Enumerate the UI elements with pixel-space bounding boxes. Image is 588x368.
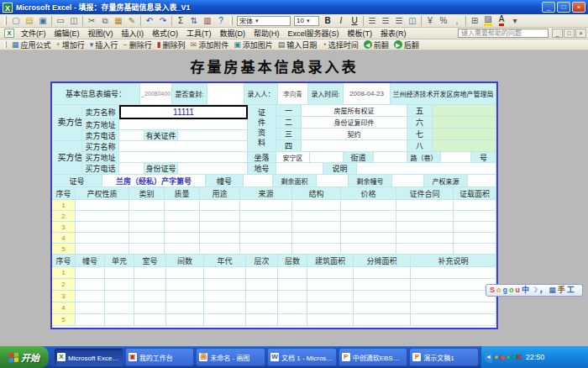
row-number-cell[interactable]: 4 (52, 302, 76, 314)
table-cell[interactable] (204, 279, 246, 291)
table-cell[interactable] (341, 200, 396, 211)
row-number-cell[interactable]: 5 (52, 244, 76, 255)
italic-icon[interactable]: I (334, 15, 348, 27)
table-cell[interactable] (165, 211, 200, 222)
font-color-icon[interactable]: A (495, 15, 508, 27)
delete-row-button[interactable]: −删除行 (123, 39, 151, 50)
sogou-logo-letter[interactable]: u (516, 287, 521, 294)
table-cell[interactable] (105, 314, 134, 326)
table-cell[interactable] (105, 302, 134, 314)
table-cell[interactable] (204, 302, 246, 314)
select-time-button[interactable]: ◔选择时间 (322, 39, 358, 50)
workbook-close-button[interactable]: × (575, 29, 586, 38)
table-cell[interactable] (341, 222, 396, 233)
table-cell[interactable] (76, 279, 105, 291)
align-right-icon[interactable]: ☰ (392, 15, 406, 27)
table-cell[interactable] (129, 222, 165, 233)
toolbar-grip[interactable] (4, 16, 7, 25)
sogou-logo-letter[interactable]: S (490, 287, 495, 294)
table-cell[interactable] (76, 244, 129, 255)
doc-value[interactable]: 房屋所有权证 (302, 105, 407, 117)
menu-item[interactable]: 格式(O) (148, 28, 182, 39)
fill-color-icon[interactable]: ▨ (481, 15, 495, 27)
table-cell[interactable] (354, 267, 411, 279)
align-center-icon[interactable]: ☰ (379, 15, 392, 27)
task-excel[interactable]: XMicrosoft Excel - 填报：... (54, 348, 123, 366)
district-value[interactable]: 安宁区 (276, 152, 310, 163)
close-button[interactable]: × (572, 2, 585, 13)
table-cell[interactable] (411, 267, 496, 279)
table-cell[interactable] (307, 291, 354, 302)
fullwidth-halfwidth-icon[interactable]: ☽ (531, 287, 538, 294)
table-cell[interactable] (354, 291, 411, 302)
table-cell[interactable] (105, 279, 134, 291)
remain-area-value[interactable] (317, 175, 349, 187)
table-cell[interactable] (454, 244, 496, 255)
table-cell[interactable] (240, 200, 292, 211)
print-icon[interactable]: ▭ (54, 15, 67, 27)
table-cell[interactable] (246, 302, 278, 314)
seller-addr-value[interactable] (119, 119, 248, 130)
print-preview-icon[interactable]: ◫ (67, 15, 81, 27)
table-cell[interactable] (166, 302, 204, 314)
table-cell[interactable] (411, 314, 496, 326)
entry-time-value[interactable]: 2008-04-23 (344, 83, 391, 105)
toolbar-more-icon[interactable]: ▾ (508, 15, 522, 27)
input-date-button[interactable]: ▤输入日期 (278, 39, 318, 50)
table-cell[interactable] (200, 211, 240, 222)
workbook-restore-button[interactable]: □ (564, 29, 575, 38)
toolbar-grip[interactable] (230, 16, 233, 25)
sogou-logo-letter[interactable]: o (509, 287, 514, 294)
redo-icon[interactable]: ↷ (156, 15, 170, 27)
row-number-cell[interactable]: 3 (52, 291, 76, 302)
page-back-button[interactable]: ◀前翻 (364, 39, 389, 50)
table-cell[interactable] (200, 244, 240, 255)
table-cell[interactable] (166, 267, 204, 279)
minimize-button[interactable]: _ (542, 2, 555, 13)
table-cell[interactable] (246, 279, 278, 291)
tray-icon-shield[interactable]: ● (512, 354, 516, 361)
table-cell[interactable] (292, 200, 341, 211)
table-cell[interactable] (307, 267, 354, 279)
table-cell[interactable] (165, 233, 200, 244)
task-word[interactable]: W文档 1 - Microsoft Word (267, 348, 337, 366)
punctuation-icon[interactable]: ， (539, 287, 547, 294)
table-cell[interactable] (240, 244, 292, 255)
input-mode-chinese-icon[interactable]: 中 (522, 287, 529, 294)
table-cell[interactable] (165, 244, 200, 255)
page-forward-button[interactable]: ▶后翻 (394, 39, 419, 50)
table-cell[interactable] (76, 291, 105, 302)
table-cell[interactable] (166, 279, 204, 291)
merge-center-icon[interactable]: ◫ (406, 15, 419, 27)
paste-icon[interactable]: ▦ (112, 15, 125, 27)
table-cell[interactable] (354, 279, 411, 291)
table-cell[interactable] (278, 314, 307, 326)
task-ppt2[interactable]: P演示文稿1 (409, 348, 479, 366)
soft-keyboard-icon[interactable]: ▦ (549, 287, 556, 294)
table-cell[interactable] (396, 222, 454, 233)
table-cell[interactable] (292, 222, 341, 233)
table-cell[interactable] (200, 233, 240, 244)
table-cell[interactable] (165, 222, 200, 233)
menu-item[interactable]: 报表(R) (376, 28, 411, 39)
table-cell[interactable] (204, 314, 246, 326)
task-paint[interactable]: 画未命名 - 画图 (196, 348, 265, 366)
table-cell[interactable] (292, 211, 341, 222)
entry-by-value[interactable]: 李向青 (278, 83, 308, 105)
handwriting-icon[interactable]: 手 (558, 287, 565, 294)
task-workbench[interactable]: ▣我的工作台 (125, 348, 195, 366)
menu-item[interactable]: 帮助(H) (249, 28, 284, 39)
copy-icon[interactable]: ⧉ (98, 15, 112, 27)
task-ppt1[interactable]: P中创通软EBS系统简介4... (339, 348, 408, 366)
table-cell[interactable] (76, 211, 129, 222)
house-no-value[interactable] (441, 152, 471, 163)
doc-value-green[interactable] (433, 105, 496, 117)
sogou-settings-icon[interactable]: 工 (567, 287, 575, 294)
table-cell[interactable] (105, 267, 134, 279)
table-cell[interactable] (105, 291, 134, 302)
cut-icon[interactable]: ✂ (85, 15, 98, 27)
doc-value-green[interactable] (433, 117, 496, 129)
table-cell[interactable] (454, 211, 496, 222)
id-card-value[interactable] (178, 163, 248, 175)
menu-item[interactable]: 工具(T) (182, 28, 216, 39)
